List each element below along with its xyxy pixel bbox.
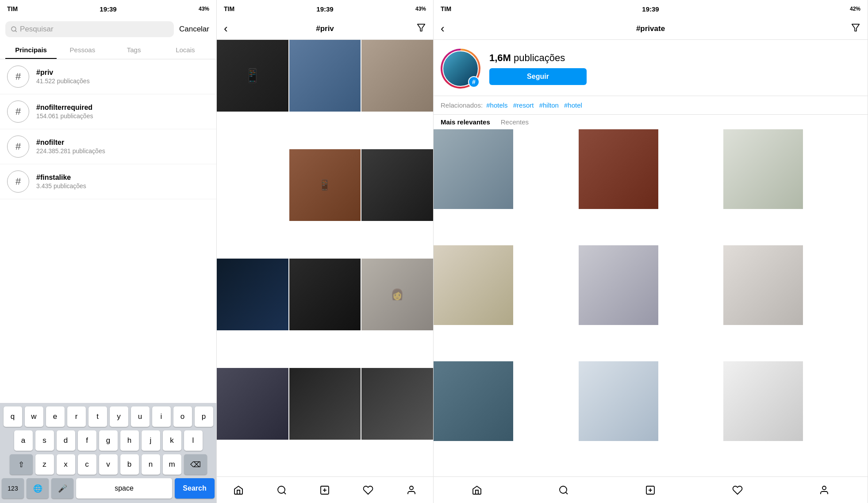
grid-photo[interactable] [723,129,803,209]
key-e[interactable]: e [46,406,65,427]
nav-search[interactable] [277,485,287,495]
grid-photo[interactable] [361,149,433,221]
nav-header-priv: ‹ #priv [217,18,433,40]
status-icons: 42% [850,6,860,12]
list-item[interactable]: # #nofilter 224.385.281 publicações [0,129,216,164]
grid-photo[interactable] [723,361,803,441]
grid-photo[interactable] [434,245,513,325]
search-input-wrap[interactable] [5,21,174,37]
key-z[interactable]: z [35,454,54,475]
grid-photo[interactable] [361,40,433,112]
key-m[interactable]: m [163,454,181,475]
svg-line-4 [284,492,285,494]
grid-photo[interactable] [289,40,361,112]
key-w[interactable]: w [25,406,43,427]
search-key-button[interactable]: Search [175,478,215,499]
tab-tags[interactable]: Tags [108,41,160,59]
key-k[interactable]: k [163,430,181,451]
svg-point-10 [560,486,567,493]
grid-photo[interactable] [217,368,288,440]
key-c[interactable]: c [78,454,96,475]
key-y[interactable]: y [110,406,128,427]
tag-info: #priv 41.522 publicações [36,69,90,85]
key-q[interactable]: q [4,406,22,427]
key-s[interactable]: s [35,430,54,451]
key-o[interactable]: o [173,406,192,427]
nav-profile[interactable] [406,485,417,495]
nav-activity[interactable] [732,485,743,495]
cancel-button[interactable]: Cancelar [177,25,211,34]
nav-new-post[interactable] [319,485,330,495]
list-item[interactable]: # #nofilterrequired 154.061 publicações [0,94,216,129]
page-title: #priv [316,24,334,33]
mic-key[interactable]: 🎤 [51,478,73,499]
keyboard-row-2: a s d f g h j k l [2,430,215,451]
key-i[interactable]: i [152,406,171,427]
grid-photo[interactable] [434,129,513,209]
tab-principais[interactable]: Principais [5,41,57,59]
delete-key[interactable]: ⌫ [184,454,207,475]
grid-photo[interactable] [579,245,658,325]
svg-marker-2 [418,24,425,31]
sort-tab-recent[interactable]: Recentes [501,118,529,128]
grid-photo[interactable] [289,368,361,440]
nav-home[interactable] [472,485,482,495]
grid-photo[interactable] [361,368,433,440]
grid-photo[interactable] [579,361,658,441]
tab-pessoas[interactable]: Pessoas [57,41,108,59]
photo-grid-priv: 📱 📱 👩 [217,40,433,476]
key-r[interactable]: r [67,406,86,427]
key-u[interactable]: u [131,406,150,427]
related-tag-resort[interactable]: #resort [513,101,534,109]
list-item[interactable]: # #priv 41.522 publicações [0,59,216,94]
search-input[interactable] [20,25,169,34]
key-d[interactable]: d [57,430,75,451]
key-j[interactable]: j [142,430,160,451]
hashtag-icon: # [7,170,29,193]
grid-photo[interactable]: 📱 [217,40,288,112]
list-item[interactable]: # #finstalike 3.435 publicações [0,164,216,199]
key-p[interactable]: p [195,406,213,427]
key-b[interactable]: b [120,454,139,475]
nav-home[interactable] [233,485,244,495]
tab-locais[interactable]: Locais [160,41,211,59]
filter-button[interactable] [851,23,860,35]
key-t[interactable]: t [88,406,107,427]
back-button[interactable]: ‹ [224,22,228,35]
num-key[interactable]: 123 [2,478,24,499]
grid-photo[interactable]: 👩 [361,259,433,330]
grid-photo[interactable]: 📱 [289,149,361,221]
globe-key[interactable]: 🌐 [27,478,49,499]
shift-key[interactable]: ⇧ [10,454,33,475]
key-v[interactable]: v [99,454,118,475]
nav-new-post[interactable] [645,485,656,495]
filter-triangle-icon [851,23,860,32]
grid-photo[interactable] [289,259,361,330]
key-h[interactable]: h [120,430,139,451]
follow-button[interactable]: Seguir [489,68,587,85]
related-tag-hilton[interactable]: #hilton [539,101,559,109]
grid-photo[interactable] [217,259,288,330]
sort-tab-relevant[interactable]: Mais relevantes [441,118,490,128]
related-tag-hotel[interactable]: #hotel [564,101,582,109]
svg-point-15 [822,486,826,490]
key-n[interactable]: n [142,454,160,475]
key-a[interactable]: a [14,430,33,451]
grid-photo[interactable] [723,245,803,325]
home-icon [472,485,482,495]
nav-profile[interactable] [819,485,830,495]
key-g[interactable]: g [99,430,118,451]
filter-button[interactable] [416,23,426,35]
key-x[interactable]: x [57,454,75,475]
carrier-label: TIM [441,5,451,12]
nav-search[interactable] [558,485,569,495]
key-f[interactable]: f [78,430,96,451]
nav-activity[interactable] [363,485,373,495]
grid-photo[interactable] [579,129,658,209]
related-tag-hotels[interactable]: #hotels [486,101,507,109]
key-l[interactable]: l [184,430,203,451]
back-button[interactable]: ‹ [441,22,445,35]
space-key[interactable]: space [76,478,172,499]
grid-photo[interactable] [434,361,513,441]
svg-point-3 [278,486,285,493]
